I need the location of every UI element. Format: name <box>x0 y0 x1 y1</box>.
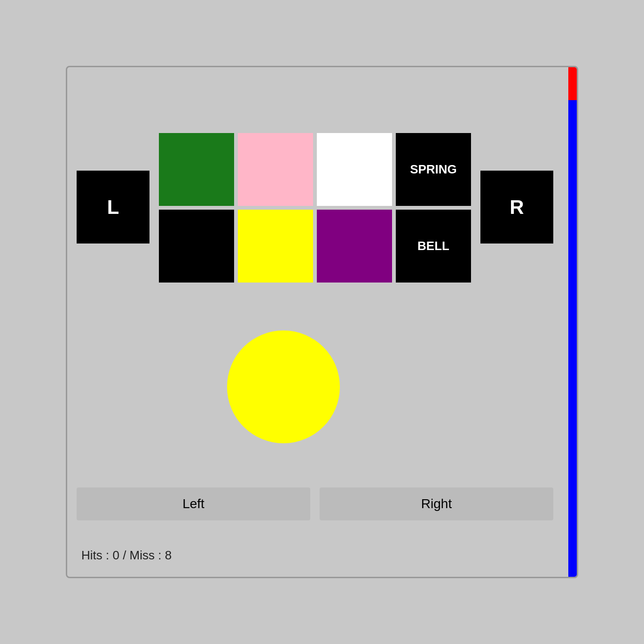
spring-label: SPRING <box>410 162 457 177</box>
bell-label: BELL <box>417 239 449 253</box>
stats-text: Hits : 0 / Miss : 8 <box>81 548 172 563</box>
tile-green <box>159 133 234 206</box>
left-side-label: L <box>107 196 119 219</box>
bar-blue <box>568 100 577 577</box>
tile-spring: SPRING <box>396 133 471 206</box>
tile-black-r2 <box>159 210 234 283</box>
bottom-buttons: Left Right <box>77 487 553 520</box>
tile-white <box>317 133 392 206</box>
tile-row-2: BELL <box>159 210 471 283</box>
tile-pink <box>238 133 313 206</box>
bar-red <box>568 67 577 100</box>
tile-bell: BELL <box>396 210 471 283</box>
tile-row-1: SPRING <box>159 133 471 206</box>
tile-yellow <box>238 210 313 283</box>
right-side-button[interactable]: R <box>480 171 553 243</box>
left-button[interactable]: Left <box>77 487 310 520</box>
tile-purple <box>317 210 392 283</box>
left-side-button[interactable]: L <box>77 171 149 243</box>
yellow-ball <box>227 330 340 443</box>
right-button[interactable]: Right <box>320 487 553 520</box>
right-side-label: R <box>510 196 524 219</box>
app-container: L SPRING BELL R Left Right <box>66 66 578 578</box>
vertical-bar <box>568 67 577 577</box>
